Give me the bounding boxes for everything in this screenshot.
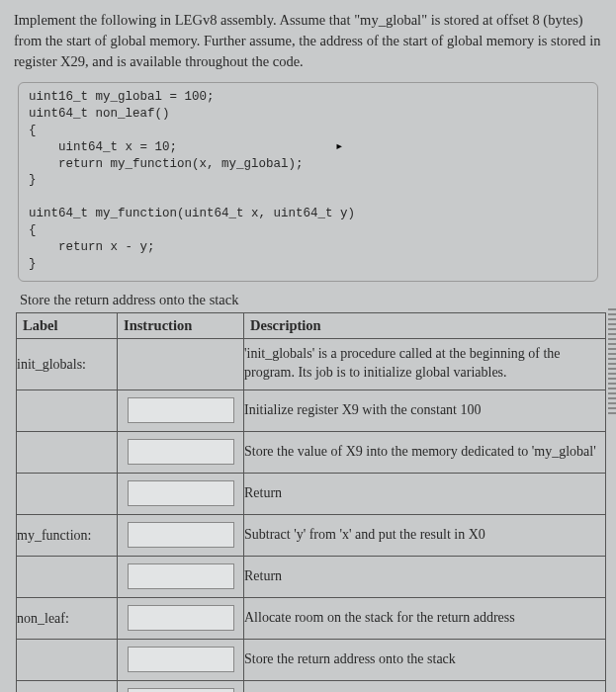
row-desc: Allocate room on the stack for the retur…	[244, 597, 606, 639]
row-label: non_leaf:	[17, 609, 117, 627]
instruction-input[interactable]	[128, 605, 234, 631]
subheading: Store the return address onto the stack	[20, 292, 602, 308]
table-row: non_leaf: Allocate room on the stack for…	[17, 597, 606, 639]
row-label	[17, 473, 118, 514]
instruction-input[interactable]	[128, 563, 234, 589]
table-row: init_globals: 'init_globals' is a proced…	[17, 338, 606, 389]
instruction-input[interactable]	[128, 397, 234, 423]
row-label	[17, 639, 118, 680]
cursor-icon: ▸	[335, 137, 343, 156]
row-desc: Store the value of X9 into the memory de…	[244, 431, 606, 473]
row-desc: Return	[244, 556, 606, 597]
table-row: Store the value of X9 into the memory de…	[17, 431, 606, 473]
header-description: Description	[244, 312, 606, 338]
problem-statement: Implement the following in LEGv8 assembl…	[14, 10, 602, 72]
code-block: uint16_t my_global = 100; uint64_t non_l…	[18, 82, 598, 282]
row-label	[17, 680, 118, 692]
header-instruction: Instruction	[118, 312, 244, 338]
row-desc: Initialize register X9 with the constant…	[244, 389, 606, 431]
row-desc: 'init_globals' is a procedure called at …	[244, 338, 606, 389]
row-desc: Store the return address onto the stack	[244, 639, 606, 680]
code-text: uint16_t my_global = 100; uint64_t non_l…	[29, 90, 355, 271]
table-row: Use X0 for 'x' and initialize it to 10	[17, 680, 606, 692]
row-label	[17, 389, 118, 431]
table-row: Return	[17, 473, 606, 514]
instruction-input[interactable]	[128, 522, 234, 548]
assembly-table: Label Instruction Description init_globa…	[16, 312, 606, 692]
instruction-input[interactable]	[128, 647, 234, 672]
table-row: Return	[17, 556, 606, 597]
row-label	[17, 431, 118, 473]
table-row: my_function: Subtract 'y' from 'x' and p…	[17, 514, 606, 556]
instruction-input[interactable]	[128, 439, 234, 465]
table-header-row: Label Instruction Description	[17, 312, 606, 338]
row-label	[17, 556, 118, 597]
instruction-input[interactable]	[128, 480, 234, 506]
row-desc: Return	[244, 473, 606, 514]
table-row: Store the return address onto the stack	[17, 639, 606, 680]
header-label: Label	[17, 312, 118, 338]
instruction-input[interactable]	[128, 688, 234, 692]
row-label: init_globals:	[17, 355, 117, 373]
row-desc: Subtract 'y' from 'x' and put the result…	[244, 514, 606, 556]
page-edge-decoration	[608, 308, 616, 417]
row-label: my_function:	[17, 526, 117, 544]
table-row: Initialize register X9 with the constant…	[17, 389, 606, 431]
row-desc: Use X0 for 'x' and initialize it to 10	[244, 680, 606, 692]
